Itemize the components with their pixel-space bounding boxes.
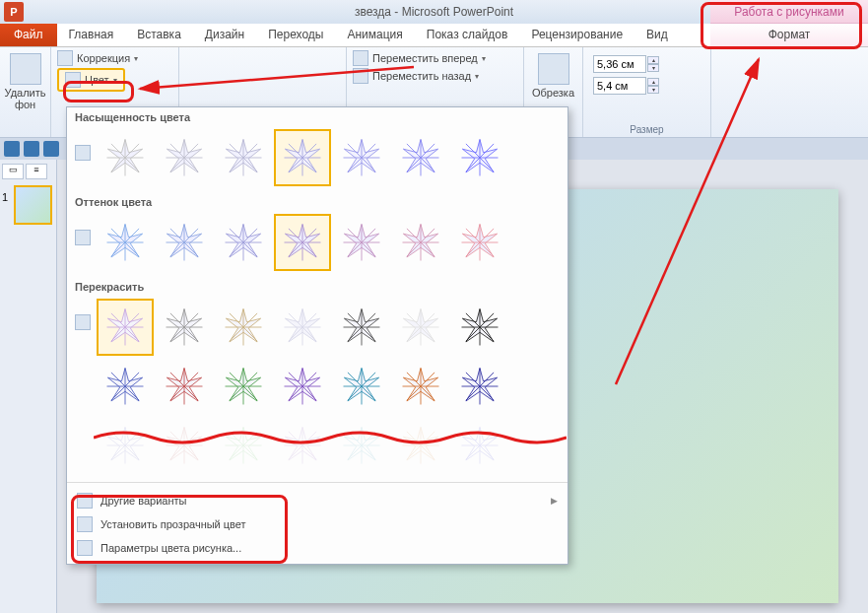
color-swatch[interactable] <box>274 358 331 415</box>
star-icon <box>458 365 501 408</box>
color-swatch[interactable] <box>333 358 390 415</box>
group-remove-bg: Удалить фон <box>0 47 51 137</box>
window-title: звезда - Microsoft PowerPoint <box>355 5 513 19</box>
style-preset-2[interactable] <box>229 53 268 93</box>
color-swatch[interactable] <box>215 129 272 186</box>
tone-section-title: Оттенок цвета <box>67 192 568 212</box>
color-swatch[interactable] <box>451 214 508 271</box>
color-swatch[interactable] <box>451 299 508 356</box>
eyedropper-icon <box>77 516 93 532</box>
group-size: ▴▾ ▴▾ Размер <box>583 47 711 137</box>
annotation-squiggle <box>94 428 567 447</box>
color-swatch[interactable] <box>215 299 272 356</box>
color-button[interactable]: Цвет ▾ <box>57 67 172 93</box>
tone-grid <box>67 212 568 277</box>
color-swatch[interactable] <box>97 129 154 186</box>
crop-button[interactable]: Обрезка <box>530 49 576 102</box>
color-swatch[interactable] <box>333 214 390 271</box>
ribbon-tabs: Файл Главная Вставка Дизайн Переходы Ани… <box>0 24 868 47</box>
color-swatch[interactable] <box>97 299 154 356</box>
color-swatch[interactable] <box>156 299 213 356</box>
star-icon <box>340 136 383 179</box>
color-swatch[interactable] <box>392 129 449 186</box>
color-swatch[interactable] <box>274 214 331 271</box>
tab-file[interactable]: Файл <box>0 23 57 46</box>
color-swatch[interactable] <box>392 358 449 415</box>
corrections-label: Коррекция <box>77 52 130 64</box>
color-swatch[interactable] <box>451 129 508 186</box>
more-variants-item[interactable]: Другие варианты ▶ <box>67 489 568 512</box>
star-icon <box>458 221 501 264</box>
star-icon <box>340 365 383 408</box>
tab-slideshow[interactable]: Показ слайдов <box>415 23 520 46</box>
remove-bg-label: Удалить фон <box>5 87 46 110</box>
remove-background-button[interactable]: Удалить фон <box>6 49 44 114</box>
color-swatch[interactable] <box>274 129 331 186</box>
tab-home[interactable]: Главная <box>57 23 126 46</box>
star-icon <box>222 221 265 264</box>
tab-animations[interactable]: Анимация <box>335 23 414 46</box>
color-swatch[interactable] <box>156 358 213 415</box>
redo-icon[interactable] <box>43 141 59 157</box>
remove-bg-icon <box>10 53 41 85</box>
color-swatch[interactable] <box>215 214 272 271</box>
slides-tab[interactable]: ▭ <box>2 164 24 179</box>
tab-insert[interactable]: Вставка <box>125 23 193 46</box>
crop-label: Обрезка <box>532 87 574 99</box>
tab-view[interactable]: Вид <box>634 23 680 46</box>
slide-thumbnail-1[interactable] <box>14 185 52 225</box>
color-swatch[interactable] <box>392 299 449 356</box>
set-transparent-item[interactable]: Установить прозрачный цвет <box>67 512 568 536</box>
star-icon <box>399 365 442 408</box>
bring-forward-button[interactable]: Переместить вперед ▾ <box>353 49 517 67</box>
height-input[interactable] <box>593 55 646 73</box>
save-icon[interactable] <box>4 141 20 157</box>
color-swatch[interactable] <box>156 214 213 271</box>
color-swatch[interactable] <box>333 299 390 356</box>
recolor-grid <box>67 297 568 480</box>
picture-color-options-item[interactable]: Параметры цвета рисунка... <box>67 536 568 560</box>
color-swatch[interactable] <box>97 214 154 271</box>
star-icon <box>163 221 206 264</box>
chevron-down-icon: ▾ <box>475 72 479 81</box>
color-swatch[interactable] <box>215 358 272 415</box>
star-icon <box>222 136 265 179</box>
star-icon <box>399 136 442 179</box>
size-group-label: Размер <box>589 124 704 137</box>
tab-review[interactable]: Рецензирование <box>519 23 634 46</box>
palette-icon <box>77 493 93 509</box>
color-swatch[interactable] <box>97 358 154 415</box>
star-icon <box>103 136 147 179</box>
star-icon <box>163 365 206 408</box>
corrections-button[interactable]: Коррекция ▾ <box>57 49 172 67</box>
tab-transitions[interactable]: Переходы <box>256 23 335 46</box>
color-swatch[interactable] <box>333 129 390 186</box>
style-preset-1[interactable] <box>185 53 225 93</box>
title-bar: P звезда - Microsoft PowerPoint Работа с… <box>0 0 868 24</box>
picture-color-options-label: Параметры цвета рисунка... <box>100 542 241 554</box>
color-swatch[interactable] <box>156 129 213 186</box>
tab-format[interactable]: Формат <box>710 23 868 46</box>
app-icon: P <box>4 2 24 22</box>
dropdown-footer: Другие варианты ▶ Установить прозрачный … <box>67 485 568 564</box>
send-backward-button[interactable]: Переместить назад ▾ <box>353 67 517 85</box>
height-spinner[interactable]: ▴▾ <box>647 56 659 72</box>
width-spinner[interactable]: ▴▾ <box>647 78 659 94</box>
color-swatch[interactable] <box>392 214 449 271</box>
color-swatch[interactable] <box>451 358 508 415</box>
width-input-row: ▴▾ <box>589 77 704 95</box>
style-preset-3[interactable] <box>272 53 311 93</box>
undo-icon[interactable] <box>24 141 39 157</box>
star-icon <box>281 221 324 264</box>
star-icon <box>340 306 383 349</box>
width-input[interactable] <box>593 77 646 95</box>
outline-tab[interactable]: ≡ <box>26 164 47 179</box>
submenu-arrow-icon: ▶ <box>551 496 558 506</box>
star-icon <box>103 221 147 264</box>
star-icon <box>399 221 442 264</box>
star-icon <box>399 306 442 349</box>
color-swatch[interactable] <box>274 299 331 356</box>
crop-icon <box>538 53 569 85</box>
tab-design[interactable]: Дизайн <box>193 23 256 46</box>
saturation-section-title: Насыщенность цвета <box>67 107 568 127</box>
